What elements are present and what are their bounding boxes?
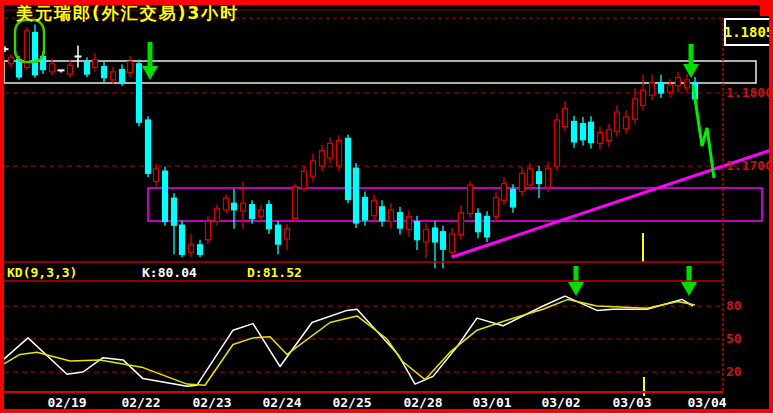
k-line (3, 296, 693, 386)
candle-down (485, 216, 490, 236)
frame-bottom (0, 409, 773, 413)
kd-axis-label: 80 (726, 299, 742, 313)
candle-up (285, 229, 290, 239)
candle-down (354, 168, 359, 223)
date-label: 03/03 (612, 396, 651, 410)
candle-up (93, 59, 98, 67)
breakdown-projection-line (693, 85, 714, 178)
candle-down (137, 64, 142, 122)
candle-down (33, 32, 38, 74)
candle-up (259, 210, 264, 217)
candle-up (624, 117, 629, 129)
candle-up (494, 197, 499, 216)
candle-down (441, 232, 446, 250)
candle-up (607, 130, 612, 141)
candle-up (9, 57, 14, 64)
down-arrow-stem (689, 44, 694, 64)
kd-k-value: K:80.04 (142, 265, 197, 280)
price-axis-label: 1.1800 (726, 86, 773, 100)
candle-up (241, 203, 246, 211)
kd-axis-label: 50 (726, 332, 742, 346)
date-label: 02/19 (47, 396, 86, 410)
date-label: 02/25 (332, 396, 371, 410)
frame-top (0, 0, 773, 5)
candle-up (459, 213, 464, 235)
frame-left (0, 0, 4, 413)
candle-down (363, 197, 368, 220)
candle-down (476, 213, 481, 231)
candle-up (633, 99, 638, 119)
date-label: 03/02 (541, 396, 580, 410)
last-price-value: 1.1805 (724, 24, 773, 40)
candle-down (232, 203, 237, 210)
candle-up (520, 173, 525, 191)
candle-up (111, 72, 116, 80)
candle-up (337, 140, 342, 166)
candle-up (668, 85, 673, 92)
price-axis-label: 1.1700 (726, 159, 773, 173)
candle-down (398, 213, 403, 228)
down-arrow-head (683, 64, 699, 78)
candle-up (328, 143, 333, 158)
date-label: 03/01 (472, 396, 511, 410)
candle-up (502, 184, 507, 201)
candle-down (346, 138, 351, 199)
candle-up (128, 62, 133, 73)
candle-up (68, 65, 73, 74)
candle-up (189, 244, 194, 252)
date-label: 03/04 (687, 396, 726, 410)
down-arrow-stem (687, 266, 692, 282)
down-arrow-stem (148, 42, 153, 66)
kd-d-value: D:81.52 (247, 265, 302, 280)
candle-up (598, 132, 603, 143)
candle-up (293, 186, 298, 218)
down-arrow-stem (574, 266, 579, 282)
last-price-badge: 1.1805 (724, 18, 773, 46)
candle-up (302, 171, 307, 189)
candle-down (163, 171, 168, 221)
candle-down (659, 83, 664, 93)
date-label: 02/28 (403, 396, 442, 410)
candle-up (641, 90, 646, 105)
kd-axis-label: 20 (726, 365, 742, 379)
date-label: 02/23 (192, 396, 231, 410)
trading-chart-window: 美元瑞郎(外汇交易)3小时 1.1805 1.18001.1700805020 … (0, 0, 773, 413)
candle-up (450, 234, 455, 252)
candle-down (415, 221, 420, 239)
candle-down (250, 205, 255, 219)
date-label: 02/22 (121, 396, 160, 410)
candle-down (537, 172, 542, 184)
chart-canvas[interactable] (0, 0, 773, 413)
candle-down (180, 225, 185, 254)
down-arrow-head (142, 66, 158, 80)
candle-up (424, 230, 429, 242)
candle-up (320, 151, 325, 166)
candle-up (215, 208, 220, 221)
candle-up (676, 78, 681, 86)
candle-down (589, 122, 594, 142)
candle-down (85, 62, 90, 74)
candle-down (511, 189, 516, 207)
candle-down (276, 225, 281, 244)
down-arrow-head (568, 282, 584, 296)
candle-up (206, 221, 211, 239)
candle-up (528, 169, 533, 185)
candle-up (389, 210, 394, 222)
candle-down (433, 228, 438, 242)
candle-up (50, 64, 55, 72)
candle-down (102, 67, 107, 78)
candle-down (198, 245, 203, 254)
candle-up (224, 198, 229, 210)
candle-up (468, 185, 473, 213)
candle-up (311, 161, 316, 176)
candle-down (267, 205, 272, 229)
kd-indicator-name[interactable]: KD(9,3,3) (7, 265, 77, 280)
candle-down (120, 70, 125, 82)
candle-down (572, 121, 577, 141)
candle-up (615, 112, 620, 132)
frame-right (769, 0, 773, 413)
candle-up (372, 200, 377, 215)
candle-down (380, 207, 385, 221)
candle-up (154, 169, 159, 181)
candle-down (146, 120, 151, 173)
